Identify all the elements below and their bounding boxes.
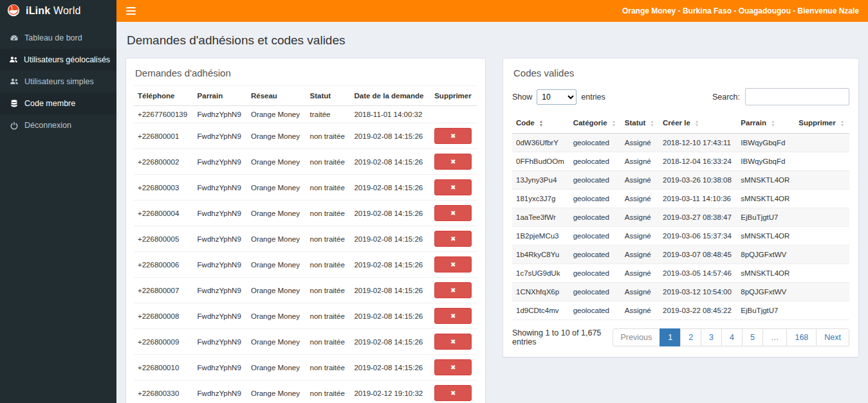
entries-length-control: Show 10 entries <box>512 89 605 105</box>
delete-request-button[interactable]: ✖ <box>434 256 472 273</box>
codes-column-header[interactable]: Catégorie▲▼ <box>569 113 621 133</box>
delete-request-button[interactable]: ✖ <box>434 385 472 401</box>
category-cell: geolocated <box>569 245 621 264</box>
date-cell: 2019-02-08 14:15:26 <box>350 123 430 149</box>
network-cell: Orange Money <box>247 355 306 381</box>
codes-panel-title: Codes valides <box>512 65 849 85</box>
sidebar-item-geo-users[interactable]: Utilisateurs géolocalisés <box>0 49 116 71</box>
adhesion-table-row: +226800330FwdhzYphN9Orange Moneynon trai… <box>134 381 477 403</box>
codes-column-header[interactable]: Créer le▲▼ <box>659 113 737 133</box>
phone-cell: +226800008 <box>134 303 194 329</box>
pagination-page-button[interactable]: 5 <box>742 328 763 346</box>
adhesion-table-row: +226800006FwdhzYphN9Orange Moneynon trai… <box>134 252 477 278</box>
sidebar-item-simple-users[interactable]: Utilisateurs simples <box>0 71 116 93</box>
status-cell: Assigné <box>621 301 659 319</box>
network-cell: Orange Money <box>247 106 306 123</box>
globe-logo-icon <box>6 3 21 19</box>
search-label: Search: <box>712 93 740 102</box>
sort-icon: ▲▼ <box>612 120 616 127</box>
pagination-page-button[interactable]: 3 <box>701 328 722 346</box>
sidebar-item-dashboard[interactable]: Tableau de bord <box>0 27 116 49</box>
delete-cell: ✖ <box>430 201 477 226</box>
parrain-cell: FwdhzYphN9 <box>194 252 247 278</box>
user-info-text: Orange Money - Burkina Faso - Ouagadougo… <box>622 6 868 15</box>
phone-cell: +226800006 <box>134 252 194 278</box>
sort-icon: ▲▼ <box>840 120 844 127</box>
delete-request-button[interactable]: ✖ <box>434 282 472 298</box>
status-cell: non traitée <box>306 278 350 303</box>
sidebar-item-label: Utilisateurs simples <box>24 77 94 86</box>
status-cell: non traitée <box>306 175 350 201</box>
network-cell: Orange Money <box>247 278 306 303</box>
sidebar-toggle-button[interactable] <box>116 0 145 22</box>
parrain-cell: FwdhzYphN9 <box>194 149 247 175</box>
delete-request-button[interactable]: ✖ <box>434 334 472 350</box>
category-cell: geolocated <box>569 226 621 245</box>
network-cell: Orange Money <box>247 175 306 201</box>
parrain-cell: 8pQJGFxtWV <box>737 282 795 301</box>
status-cell: Assigné <box>621 226 659 245</box>
pagination-next-button[interactable]: Next <box>816 328 849 346</box>
sidebar-item-logout[interactable]: Déconnexion <box>0 114 116 136</box>
codes-table-row: 1d9CDtc4mvgeolocatedAssigné2019-03-22 08… <box>512 301 849 319</box>
created-cell: 2018-12-04 16:33:24 <box>659 152 737 170</box>
date-cell: 2019-02-08 14:15:26 <box>350 355 430 381</box>
created-cell: 2019-03-12 10:54:00 <box>659 282 737 301</box>
delete-request-button[interactable]: ✖ <box>434 205 472 221</box>
entries-label: entries <box>581 93 605 102</box>
date-cell: 2019-02-08 14:15:26 <box>350 329 430 355</box>
category-cell: geolocated <box>569 264 621 282</box>
parrain-cell: sMNSKTL4OR <box>737 264 795 282</box>
database-icon <box>9 99 19 108</box>
code-cell: 1d9CDtc4mv <box>512 301 569 319</box>
table-info: Showing 1 to 10 of 1,675 entries <box>512 328 613 346</box>
sidebar-item-label: Code membre <box>24 99 75 108</box>
status-cell: Assigné <box>621 189 659 208</box>
sort-icon: ▲▼ <box>539 120 543 127</box>
status-cell: non traitée <box>306 355 350 381</box>
brand-name-bold: iLink <box>26 5 50 16</box>
power-icon <box>9 121 19 130</box>
codes-column-header[interactable]: Supprimer▲▼ <box>795 113 849 133</box>
created-cell: 2019-03-27 08:38:47 <box>659 208 737 226</box>
delete-request-button[interactable]: ✖ <box>434 231 472 247</box>
codes-table-row: 13Jyny3Pu4geolocatedAssigné2019-03-26 10… <box>512 170 849 189</box>
pagination-page-button[interactable]: 4 <box>721 328 743 346</box>
codes-column-header[interactable]: Code▲▼ <box>512 113 569 133</box>
supprimer-cell <box>795 264 849 282</box>
entries-length-select[interactable]: 10 <box>537 89 577 105</box>
pagination-previous-button: Previous <box>613 328 661 346</box>
date-cell: 2019-02-08 14:15:26 <box>350 278 430 303</box>
code-cell: 0FFhBudOOm <box>512 152 569 170</box>
category-cell: geolocated <box>569 301 621 319</box>
created-cell: 2019-03-06 15:37:34 <box>659 226 737 245</box>
delete-request-button[interactable]: ✖ <box>434 128 472 144</box>
delete-request-button[interactable]: ✖ <box>434 308 472 324</box>
codes-column-header[interactable]: Parrain▲▼ <box>737 113 795 133</box>
search-input[interactable] <box>745 88 849 105</box>
codes-table-row: 0FFhBudOOmgeolocatedAssigné2018-12-04 16… <box>512 152 849 170</box>
phone-cell: +226800009 <box>134 329 194 355</box>
codes-column-label: Supprimer <box>799 119 836 127</box>
date-cell: 2019-02-08 14:15:26 <box>350 201 430 226</box>
delete-cell: ✖ <box>430 381 477 403</box>
phone-cell: +226800007 <box>134 278 194 303</box>
parrain-cell: FwdhzYphN9 <box>194 355 247 381</box>
sidebar-item-member-code[interactable]: Code membre <box>0 93 116 114</box>
code-cell: 13Jyny3Pu4 <box>512 170 569 189</box>
status-cell: non traitée <box>306 201 350 226</box>
pagination-page-button[interactable]: 168 <box>786 328 817 346</box>
status-cell: Assigné <box>621 170 659 189</box>
panels-row: Demandes d'adhésion TéléphoneParrainRése… <box>125 58 859 403</box>
status-cell: non traitée <box>306 329 350 355</box>
adhesion-table-row: +226800003FwdhzYphN9Orange Moneynon trai… <box>134 175 477 201</box>
delete-request-button[interactable]: ✖ <box>434 179 472 195</box>
delete-request-button[interactable]: ✖ <box>434 359 472 375</box>
brand-logo[interactable]: iLink World <box>0 0 116 22</box>
pagination-page-button[interactable]: 2 <box>680 328 701 346</box>
created-cell: 2019-03-26 10:38:08 <box>659 170 737 189</box>
pagination-page-button[interactable]: 1 <box>660 328 681 346</box>
delete-request-button[interactable]: ✖ <box>434 154 472 170</box>
codes-table-footer: Showing 1 to 10 of 1,675 entries Previou… <box>512 328 849 346</box>
codes-column-header[interactable]: Statut▲▼ <box>621 113 659 133</box>
